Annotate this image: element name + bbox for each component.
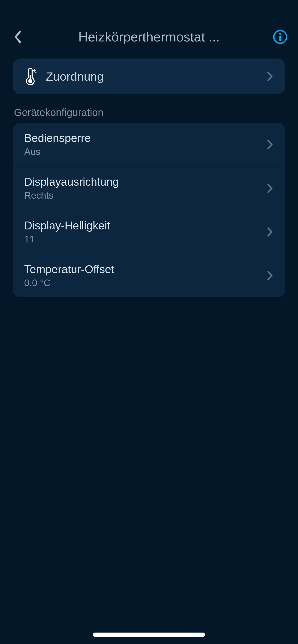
chevron-right-icon — [265, 227, 275, 237]
home-indicator[interactable] — [93, 633, 205, 637]
svg-point-5 — [35, 72, 37, 74]
chevron-left-icon — [14, 31, 22, 43]
display-orientation-row[interactable]: Displayausrichtung Rechts — [13, 167, 285, 210]
control-lock-row[interactable]: Bediensperre Aus — [13, 123, 285, 167]
display-brightness-row[interactable]: Display-Helligkeit 11 — [13, 210, 285, 254]
info-button[interactable] — [273, 29, 288, 45]
content: Zuordnung Gerätekonfiguration Bediensper… — [0, 51, 298, 297]
section-header: Gerätekonfiguration — [13, 107, 285, 118]
row-label: Temperatur-Offset — [24, 263, 265, 276]
row-label: Bediensperre — [24, 132, 265, 144]
temperature-offset-row[interactable]: Temperatur-Offset 0,0 °C — [13, 254, 285, 297]
svg-rect-4 — [30, 75, 31, 80]
row-label: Display-Helligkeit — [24, 219, 265, 232]
chevron-right-icon — [265, 71, 275, 81]
info-icon — [273, 30, 287, 44]
row-value: Rechts — [24, 190, 265, 201]
chevron-right-icon — [265, 139, 275, 150]
chevron-right-icon — [265, 183, 275, 193]
assignment-row[interactable]: Zuordnung — [13, 58, 285, 94]
svg-point-1 — [279, 33, 281, 35]
header: Heizkörperthermostat ... — [0, 0, 298, 51]
page-title: Heizkörperthermostat ... — [25, 29, 273, 45]
svg-rect-2 — [279, 36, 281, 41]
assignment-label: Zuordnung — [46, 69, 257, 83]
thermometer-icon — [23, 69, 38, 84]
row-value: 0,0 °C — [24, 278, 265, 288]
row-value: Aus — [24, 147, 265, 157]
row-value: 11 — [24, 234, 265, 245]
device-config-group: Bediensperre Aus Displayausrichtung Rech… — [13, 123, 285, 297]
back-button[interactable] — [10, 29, 25, 45]
row-label: Displayausrichtung — [24, 175, 265, 188]
chevron-right-icon — [265, 271, 275, 281]
